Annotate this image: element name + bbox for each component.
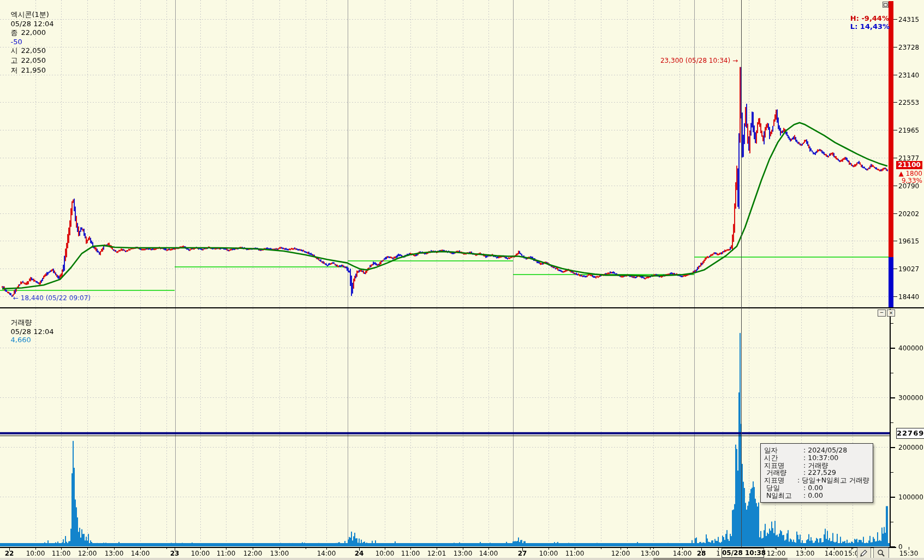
time-tick-label: 12:00	[611, 550, 630, 557]
volume-title: 거래량	[11, 318, 32, 326]
window-restore-icon	[884, 3, 887, 7]
time-tick-label: 13:00	[270, 550, 289, 557]
volume-datetime: 05/28 12:04	[11, 327, 54, 336]
time-tick-label: 12:01	[427, 550, 446, 557]
tooltip-row: 시간: 10:37:00	[764, 454, 869, 462]
price-tick-label: 24315	[898, 16, 923, 23]
low-value: 21,950	[21, 66, 46, 74]
time-tick-label: 13:00	[454, 550, 473, 557]
header-datetime: 05/28 12:04	[11, 20, 54, 28]
time-tick-label: 12:00	[243, 550, 263, 557]
stock-chart-window: 엑시콘(1분) 05/28 12:04 종22,000 -50 시22,050 …	[0, 0, 924, 560]
high-label: 고	[11, 56, 18, 64]
volume-value: 4,660	[11, 336, 31, 344]
price-tick-label: 20202	[898, 210, 923, 218]
time-tick-label: 11:00	[52, 550, 71, 557]
time-tick-label: 12:00	[78, 550, 97, 557]
tooltip-row: 거래량: 227,529	[764, 469, 869, 476]
symbol-title: 엑시콘(1분)	[11, 10, 49, 19]
time-tick-label: 15:30	[899, 550, 919, 557]
restore-window-button[interactable]	[883, 2, 889, 8]
volume-max-badge: 227698	[896, 428, 924, 439]
price-tick-label: 21965	[898, 127, 923, 134]
time-tick-label: 28	[697, 550, 706, 557]
price-tick-label: 23140	[898, 72, 923, 79]
volume-tick-label: 100000	[898, 493, 923, 501]
price-tick-label: 21377	[898, 154, 923, 162]
peak-price-annotation: 23,300 (05/28 10:34) →	[660, 57, 738, 64]
price-tick-label: 18440	[898, 293, 923, 301]
time-tick-label: 10:00	[375, 550, 395, 557]
volume-panel-header: 거래량 05/28 12:04 4,660	[2, 309, 57, 352]
time-tick-label: 11:00	[401, 550, 420, 557]
price-tick-label: 20790	[898, 182, 923, 190]
volume-tick-label: 400000	[898, 344, 923, 352]
trough-price-annotation: ← 18,440 (05/22 09:07)	[13, 294, 91, 302]
time-tick-label: 10:00	[191, 550, 210, 557]
time-tick-label: 14:00	[673, 550, 692, 557]
tooltip-row: 당일: 0.00	[764, 484, 869, 492]
crosshair-time-badge: 05/28 10:38	[722, 548, 764, 558]
close-label: 종	[11, 28, 18, 37]
time-tick-label: 13:00	[796, 550, 815, 557]
price-panel-header: 엑시콘(1분) 05/28 12:04 종22,000 -50 시22,050 …	[2, 2, 57, 84]
pencil-icon	[860, 549, 868, 557]
tooltip-row: 일자: 2024/05/28	[764, 446, 869, 454]
time-tick-label: 11:00	[217, 550, 236, 557]
time-tick-label: 14:00	[317, 550, 336, 557]
volume-tick-label: 200000	[898, 444, 923, 451]
high-low-percent-labels: H: -9,44% L: 14,43%	[832, 6, 890, 39]
time-tick-label: 10:00	[539, 550, 558, 557]
zoom-tool-button[interactable]	[873, 547, 889, 559]
volume-minimize-button[interactable]: ─	[878, 309, 886, 317]
magnifier-icon	[877, 549, 886, 557]
time-tick-label: 13:00	[105, 550, 124, 557]
tooltip-row: N일최고: 0.00	[764, 492, 869, 499]
time-tick-label: 24	[355, 550, 364, 557]
open-label: 시	[11, 46, 18, 55]
time-tick-label: 14:00	[479, 550, 498, 557]
current-price-badge: 21100	[896, 161, 922, 169]
time-tick-label: 11:00	[565, 550, 585, 557]
low-percent-label: L: 14,43%	[850, 22, 890, 31]
time-tick-label: 12:00	[767, 550, 786, 557]
data-tooltip: 일자: 2024/05/28시간: 10:37:00지표명: 거래량 거래량: …	[760, 443, 873, 503]
time-tick-label: 22	[5, 550, 14, 557]
change-value: -50	[11, 38, 22, 46]
time-tick-label: 14:00	[131, 550, 150, 557]
volume-tick-label: 300000	[898, 394, 923, 402]
high-value: 22,050	[21, 56, 46, 64]
tooltip-row: 지표명: 거래량	[764, 462, 869, 469]
horizontal-scrollbar-thumb[interactable]	[653, 558, 788, 560]
time-tick-label: 10:00	[26, 550, 45, 557]
draw-tool-button[interactable]	[857, 547, 871, 559]
low-label: 저	[11, 66, 18, 74]
open-value: 22,050	[21, 46, 46, 55]
time-tick-label: 23	[170, 550, 180, 557]
time-tick-label: 1	[716, 550, 720, 557]
time-tick-label: 27	[518, 550, 527, 557]
price-tick-label: 23728	[898, 44, 923, 51]
tooltip-row: 지표명: 당일+N일최고 거래량	[764, 476, 869, 484]
price-tick-label: 19615	[898, 237, 923, 245]
close-value: 22,000	[21, 28, 46, 37]
price-change-label: ▲ 1800	[894, 170, 922, 177]
high-percent-label: H: -9,44%	[850, 14, 889, 22]
price-tick-label: 22553	[898, 99, 923, 106]
price-tick-label: 19027	[898, 265, 923, 273]
volume-close-button[interactable]: ×	[887, 309, 895, 317]
time-tick-label: 14:00	[825, 550, 844, 557]
time-tick-label: 13:00	[641, 550, 660, 557]
